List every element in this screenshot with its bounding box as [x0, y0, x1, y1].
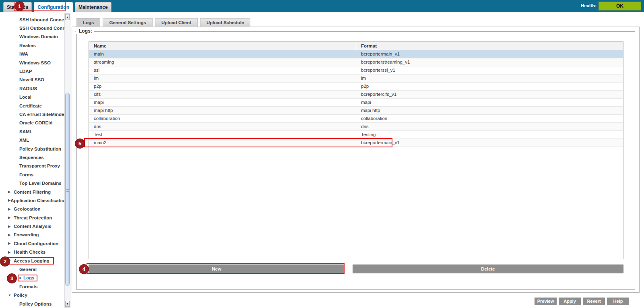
sidebar-item-label: Novell SSO	[19, 77, 44, 82]
table-row-p2p[interactable]: p2pp2p	[89, 83, 623, 91]
tab-logs[interactable]: Logs	[76, 18, 100, 27]
table-row-streaming[interactable]: streamingbcreporterstreaming_v1	[89, 58, 623, 66]
sidebar-item-forms[interactable]: Forms	[0, 170, 64, 179]
sidebar-item-ldap[interactable]: LDAP	[0, 67, 64, 75]
table-row-cifs[interactable]: cifsbcreportercifs_v1	[89, 91, 623, 99]
collapse-toggle-icon[interactable]: -	[75, 28, 76, 34]
health-status-badge: OK	[599, 2, 641, 10]
sidebar-item-local[interactable]: Local	[0, 93, 64, 101]
sidebar-item-xml[interactable]: XML	[0, 136, 64, 144]
sidebar-item-label: Threat Protection	[14, 215, 52, 220]
table-row-mapi[interactable]: mapimapi	[89, 99, 623, 107]
cell-name: ssl	[89, 66, 356, 74]
sidebar-item-transparent-proxy[interactable]: Transparent Proxy	[0, 162, 64, 170]
sidebar-item-label: Content Filtering	[14, 190, 51, 194]
help-button[interactable]: Help	[607, 298, 629, 305]
annotation-box-main2-row	[84, 138, 392, 147]
table-row-im[interactable]: imim	[89, 74, 623, 83]
annotation-box-new-button	[87, 263, 345, 274]
tab-general-settings[interactable]: General Settings	[103, 18, 152, 27]
table-row-mapi-http[interactable]: mapi httpmapi http	[89, 107, 623, 115]
sidebar-item-sequences[interactable]: Sequences	[0, 153, 64, 161]
sidebar-item-oracle-coreid[interactable]: Oracle COREid	[0, 119, 64, 127]
groupbox-legend: -Logs:	[73, 28, 94, 34]
column-header-format[interactable]: Format	[356, 42, 623, 50]
preview-button[interactable]: Preview	[535, 298, 557, 305]
scroll-down-arrow-icon[interactable]: ▼	[65, 301, 70, 307]
table-header-row: Name Format	[89, 42, 623, 50]
expand-arrow-icon[interactable]: ▶	[8, 242, 14, 245]
sidebar-item-policy-options[interactable]: Policy Options	[0, 300, 64, 308]
collapse-arrow-icon[interactable]: ▼	[8, 294, 14, 297]
sidebar-item-content-analysis[interactable]: ▶Content Analysis	[0, 222, 64, 230]
expand-arrow-icon[interactable]: ▶	[8, 207, 14, 211]
sidebar-item-certificate[interactable]: Certificate	[0, 101, 64, 110]
column-header-name[interactable]: Name	[89, 42, 356, 50]
annotation-box-logs	[18, 275, 37, 281]
sidebar-item-label: SAML	[19, 129, 33, 134]
sidebar-item-top-level-domains[interactable]: Top Level Domains	[0, 179, 64, 187]
sidebar-item-application-classification[interactable]: ▶Application Classification	[0, 196, 64, 205]
table-row-collaboration[interactable]: collaborationcollaboration	[89, 115, 623, 123]
cell-format: mapi	[356, 99, 623, 106]
sidebar-item-label: Formats	[19, 284, 37, 289]
cell-format: bcreportercifs_v1	[356, 91, 623, 98]
footer-button-bar: PreviewApplyRevertHelp	[535, 298, 629, 305]
content-tab-bar: LogsGeneral SettingsUpload ClientUpload …	[76, 18, 250, 27]
sidebar-item-label: Health Checks	[14, 250, 45, 254]
sidebar-item-ca-etrust-siteminder[interactable]: CA eTrust SiteMinder	[0, 110, 64, 118]
cell-name: collaboration	[89, 115, 356, 122]
sidebar-item-geolocation[interactable]: ▶Geolocation	[0, 205, 64, 213]
sidebar-item-content-filtering[interactable]: ▶Content Filtering	[0, 188, 64, 196]
expand-arrow-icon[interactable]: ▶	[8, 250, 14, 254]
cell-name: main	[89, 50, 356, 58]
sidebar-item-label: Geolocation	[14, 207, 40, 211]
sidebar-item-policy-substitution[interactable]: Policy Substitution	[0, 145, 64, 153]
table-body: mainbcreportermain_v1streamingbcreporter…	[89, 50, 623, 147]
sidebar-item-label: Local	[19, 95, 31, 99]
table-row-dns[interactable]: dnsdns	[89, 123, 623, 131]
sidebar-item-cloud-configuration[interactable]: ▶Cloud Configuration	[0, 239, 64, 248]
apply-button[interactable]: Apply	[559, 298, 581, 305]
expand-arrow-icon[interactable]: ▶	[8, 216, 14, 219]
sidebar-item-windows-sso[interactable]: Windows SSO	[0, 58, 64, 67]
scroll-up-arrow-icon[interactable]: ▲	[65, 14, 70, 20]
sidebar-item-saml[interactable]: SAML	[0, 127, 64, 136]
annotation-circle-1: 1	[14, 1, 25, 11]
cell-name: streaming	[89, 58, 356, 66]
table-row-test[interactable]: TestTesting	[89, 131, 623, 139]
sidebar-item-threat-protection[interactable]: ▶Threat Protection	[0, 213, 64, 222]
sidebar-item-label: Realms	[19, 43, 36, 48]
sidebar-item-label: SSH Inbound Connectio	[19, 17, 64, 22]
sidebar-item-ssh-inbound-connectio[interactable]: SSH Inbound Connectio	[0, 15, 64, 24]
sidebar-item-radius[interactable]: RADIUS	[0, 84, 64, 93]
sidebar-scrollbar[interactable]: ▲ ▼	[64, 13, 70, 308]
tab-upload-schedule[interactable]: Upload Schedule	[200, 18, 250, 27]
scrollbar-thumb[interactable]	[65, 93, 70, 286]
sidebar-item-label: Policy	[14, 293, 27, 298]
tab-upload-client[interactable]: Upload Client	[155, 18, 198, 27]
table-row-ssl[interactable]: sslbcreporterssl_v1	[89, 66, 623, 74]
sidebar-item-label: Content Analysis	[14, 224, 52, 229]
expand-arrow-icon[interactable]: ▶	[8, 225, 14, 228]
delete-button[interactable]: Delete	[353, 265, 623, 273]
expand-arrow-icon[interactable]: ▶	[8, 190, 14, 194]
sidebar-item-health-checks[interactable]: ▶Health Checks	[0, 248, 64, 256]
sidebar-item-windows-domain[interactable]: Windows Domain	[0, 33, 64, 41]
sidebar-item-policy[interactable]: ▼Policy	[0, 291, 64, 300]
sidebar-item-label: LDAP	[19, 69, 32, 74]
table-row-main[interactable]: mainbcreportermain_v1	[89, 50, 623, 58]
top-tab-maintenance[interactable]: Maintenance	[75, 2, 111, 12]
sidebar-item-iwa[interactable]: IWA	[0, 50, 64, 58]
sidebar-item-formats[interactable]: Formats	[0, 282, 64, 291]
expand-arrow-icon[interactable]: ▶	[8, 233, 14, 237]
sidebar-item-realms[interactable]: Realms	[0, 41, 64, 50]
revert-button[interactable]: Revert	[583, 298, 605, 305]
sidebar-item-forwarding[interactable]: ▶Forwarding	[0, 231, 64, 239]
sidebar-item-label: Top Level Domains	[19, 181, 62, 186]
sidebar-item-novell-sso[interactable]: Novell SSO	[0, 76, 64, 84]
sidebar-item-ssh-outbound-connect[interactable]: SSH Outbound Connect	[0, 24, 64, 32]
cell-format: bcreporterssl_v1	[356, 66, 623, 74]
sidebar-item-label: Application Classification	[10, 198, 64, 203]
sidebar-item-general[interactable]: General	[0, 265, 64, 273]
